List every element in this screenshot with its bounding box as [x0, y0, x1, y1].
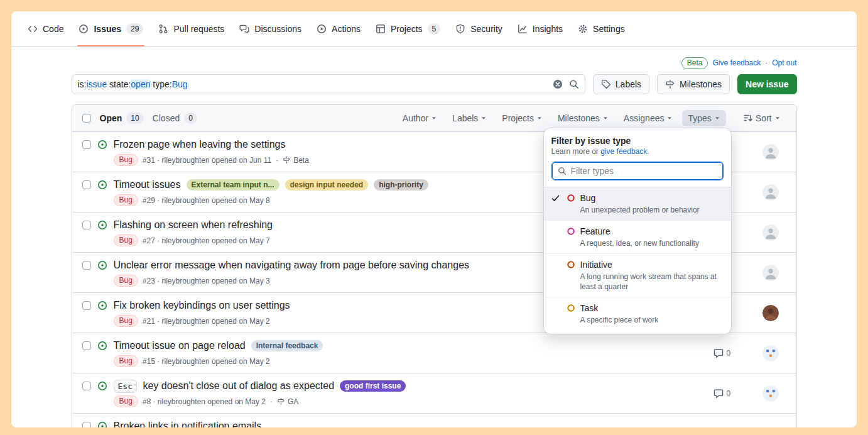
issue-label[interactable]: high-priority — [374, 179, 428, 190]
filter-labels[interactable]: Labels — [447, 110, 492, 126]
issue-checkbox[interactable] — [82, 341, 91, 350]
play-icon — [317, 24, 327, 34]
milestones-button[interactable]: Milestones — [657, 74, 730, 94]
issue-title-link[interactable]: Broken links in notification emails — [114, 419, 262, 427]
filter-author[interactable]: Author — [397, 110, 443, 126]
issue-avatar[interactable] — [762, 265, 779, 281]
filter-types-searchbox[interactable] — [551, 162, 724, 180]
nav-item-issues[interactable]: Issues29 — [72, 11, 149, 46]
labels-button[interactable]: Labels — [593, 74, 649, 94]
type-option-feature[interactable]: FeatureA request, idea, or new functiona… — [544, 220, 731, 253]
nav-item-settings[interactable]: Settings — [572, 11, 631, 46]
open-issues-tab[interactable]: Open 10 — [100, 113, 144, 124]
issue-checkbox[interactable] — [82, 301, 91, 310]
milestone-icon — [283, 156, 291, 164]
issue-open-icon — [97, 421, 107, 427]
milestones-button-label: Milestones — [680, 79, 722, 89]
nav-item-security[interactable]: Security — [449, 11, 509, 46]
issue-label[interactable]: design input needed — [285, 179, 369, 190]
issue-milestone[interactable]: Beta — [283, 155, 309, 166]
dropdown-give-feedback-link[interactable]: give feedback — [600, 147, 647, 156]
new-issue-button[interactable]: New issue — [737, 74, 796, 94]
sort-icon — [743, 113, 753, 123]
meta-separator: · — [276, 155, 278, 166]
filter-projects[interactable]: Projects — [496, 110, 548, 126]
nav-item-code[interactable]: Code — [21, 11, 70, 46]
nav-item-actions[interactable]: Actions — [310, 11, 367, 46]
issue-avatar[interactable] — [762, 184, 779, 201]
issue-label[interactable]: External team input n... — [187, 179, 279, 190]
search-input[interactable]: is:issue state:open type:Bug — [72, 74, 585, 94]
issue-avatar[interactable] — [762, 305, 779, 321]
filter-types-input[interactable] — [571, 166, 717, 176]
issue-avatar[interactable] — [762, 144, 779, 160]
issue-avatar[interactable] — [762, 385, 779, 402]
issue-avatar[interactable] — [762, 224, 779, 241]
learn-more-suffix: . — [647, 147, 649, 156]
comment-count: 0 — [727, 389, 731, 398]
issue-title-link[interactable]: Fix broken keybindings on user settings — [114, 299, 290, 312]
issue-checkbox[interactable] — [82, 180, 91, 189]
closed-issues-tab[interactable]: Closed 0 — [153, 113, 197, 124]
issue-title-link[interactable]: Frozen page when leaving the settings — [114, 138, 286, 151]
issue-type-pill[interactable]: Bug — [114, 315, 138, 327]
filter-assignees[interactable]: Assignees — [618, 110, 679, 126]
type-option-initiative[interactable]: InitiativeA long running work stream tha… — [544, 253, 731, 297]
select-all-checkbox[interactable] — [82, 114, 91, 123]
issue-checkbox[interactable] — [82, 382, 91, 390]
nav-item-discussions[interactable]: Discussions — [233, 11, 308, 46]
issue-type-pill[interactable]: Bug — [114, 194, 138, 206]
table-icon — [376, 24, 386, 34]
filter-milestones[interactable]: Milestones — [552, 110, 614, 126]
search-query-part: issue — [87, 79, 107, 89]
triangle-down-icon — [602, 115, 609, 121]
issue-type-pill[interactable]: Bug — [114, 275, 138, 287]
issue-type-pill[interactable]: Bug — [114, 234, 138, 246]
give-feedback-link[interactable]: Give feedback — [712, 58, 761, 67]
search-query: is:issue state:open type:Bug — [78, 79, 546, 89]
issue-title-text: Frozen page when leaving the settings — [114, 138, 286, 151]
issue-side: 0 — [713, 345, 786, 361]
issue-milestone[interactable]: GA — [277, 396, 298, 407]
issue-type-pill[interactable]: Bug — [114, 355, 138, 367]
labels-button-label: Labels — [616, 79, 641, 89]
new-issue-button-label: New issue — [746, 79, 788, 89]
issue-type-pill[interactable]: Bug — [114, 395, 138, 407]
issue-open-icon — [97, 300, 107, 311]
issue-row: Esc key doesn't close out of dialog as e… — [72, 373, 796, 413]
issue-avatar[interactable] — [762, 345, 779, 361]
nav-item-insights[interactable]: Insights — [511, 11, 569, 46]
search-icon[interactable] — [569, 79, 579, 89]
issue-title-text: Unclear error message when navigating aw… — [114, 258, 470, 272]
type-option-text: TaskA specific piece of work — [580, 302, 659, 325]
nav-item-projects[interactable]: Projects5 — [369, 11, 447, 46]
closed-label: Closed — [153, 113, 180, 123]
learn-more-text: Learn more or — [551, 147, 601, 156]
type-option-text: FeatureA request, idea, or new functiona… — [580, 226, 699, 248]
issue-checkbox[interactable] — [82, 261, 91, 270]
issue-label[interactable]: good first issue — [340, 380, 406, 392]
issue-comments[interactable]: 0 — [713, 388, 731, 399]
filter-types[interactable]: Types — [682, 110, 725, 126]
type-option-task[interactable]: TaskA specific piece of work — [544, 297, 731, 330]
shield-icon — [455, 24, 465, 34]
issue-checkbox[interactable] — [82, 221, 91, 229]
filter-bar: AuthorLabelsProjectsMilestonesAssigneesT… — [397, 110, 726, 126]
issue-title-link[interactable]: Flashing on screen when refreshing — [114, 218, 273, 232]
issue-side: 0 — [713, 385, 786, 402]
issue-title-link[interactable]: Esc key doesn't close out of dialog as e… — [114, 379, 335, 393]
opt-out-link[interactable]: Opt out — [772, 58, 796, 67]
issue-checkbox[interactable] — [82, 422, 91, 427]
issue-title-link[interactable]: Timeout issue on page reload — [114, 339, 246, 353]
issue-label[interactable]: Internal feedback — [251, 340, 323, 351]
sort-button[interactable]: Sort — [737, 110, 786, 126]
nav-item-label: Security — [470, 24, 502, 34]
issue-checkbox[interactable] — [82, 140, 91, 149]
nav-item-pull-requests[interactable]: Pull requests — [152, 11, 231, 46]
type-option-bug[interactable]: BugAn unexpected problem or behavior — [544, 187, 731, 220]
issue-title-link[interactable]: Timeout issues — [114, 178, 181, 192]
issue-type-pill[interactable]: Bug — [114, 154, 138, 166]
issue-title-link[interactable]: Unclear error message when navigating aw… — [114, 258, 470, 272]
clear-search-icon[interactable] — [553, 79, 563, 89]
issue-comments[interactable]: 0 — [713, 348, 731, 358]
